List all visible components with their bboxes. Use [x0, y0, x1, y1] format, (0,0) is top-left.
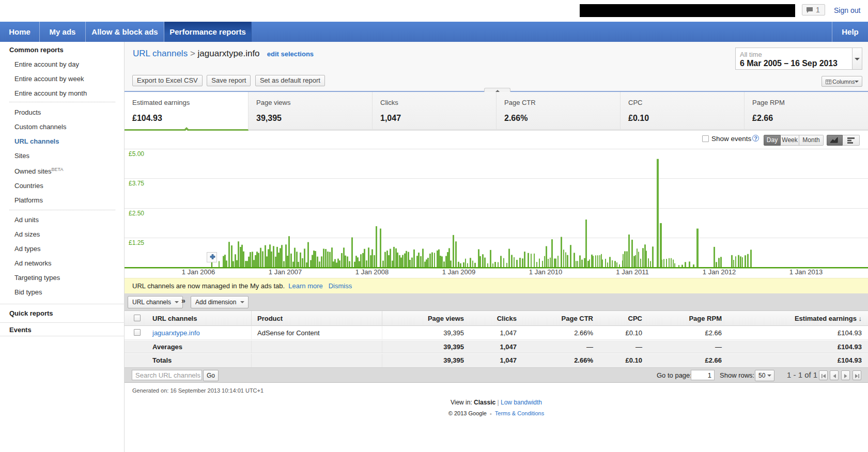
svg-text:1 Jan 2006: 1 Jan 2006	[182, 268, 215, 276]
svg-text:1 Jan 2008: 1 Jan 2008	[355, 268, 389, 276]
svg-text:1 Jan 2012: 1 Jan 2012	[703, 268, 736, 276]
svg-text:£5.00: £5.00	[129, 150, 144, 158]
svg-text:£1.25: £1.25	[129, 239, 144, 246]
svg-text:1 Jan 2013: 1 Jan 2013	[789, 268, 823, 276]
svg-text:1 Jan 2009: 1 Jan 2009	[442, 268, 475, 276]
svg-text:£3.75: £3.75	[129, 180, 144, 187]
svg-text:1 Jan 2007: 1 Jan 2007	[269, 268, 302, 276]
svg-text:£2.50: £2.50	[129, 210, 144, 217]
svg-text:1 Jan 2010: 1 Jan 2010	[529, 268, 562, 276]
svg-text:1 Jan 2011: 1 Jan 2011	[616, 268, 648, 276]
